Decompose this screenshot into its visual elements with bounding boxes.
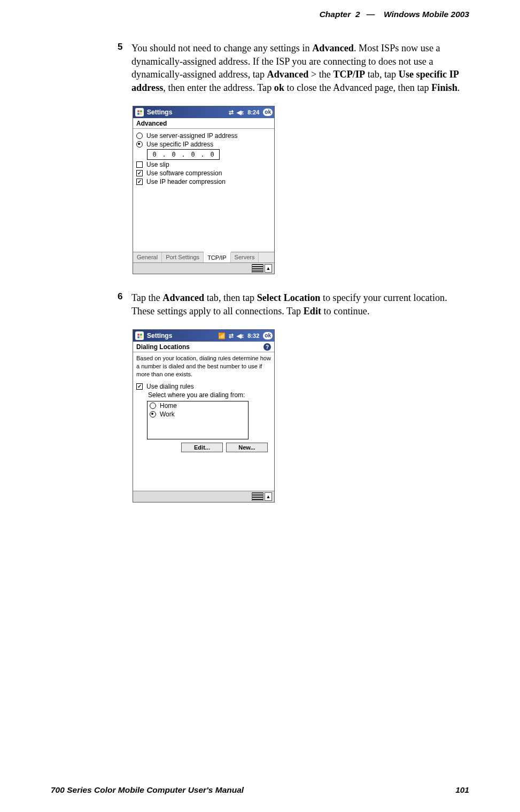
sip-bar: ▲ xyxy=(133,262,274,274)
select-location-label: Select where you are dialing from: xyxy=(148,391,245,399)
svg-rect-0 xyxy=(137,110,139,112)
radio-icon[interactable] xyxy=(136,133,143,139)
t: You should not need to change any settin… xyxy=(131,43,312,53)
start-icon[interactable] xyxy=(135,108,144,117)
chapter-label: Chapter xyxy=(320,10,351,19)
list-item-label: Home xyxy=(160,402,177,409)
ip-octet-3[interactable]: 0 xyxy=(186,151,200,158)
svg-rect-1 xyxy=(140,110,142,112)
t: . xyxy=(457,82,460,93)
ip-address-row: 0 . 0 . 0 . 0 xyxy=(136,149,271,160)
checkbox-use-dialing-rules[interactable]: Use dialing rules xyxy=(136,383,271,390)
header-dash: — xyxy=(362,10,379,19)
bold: TCP/IP xyxy=(333,69,365,80)
ip-octet-4[interactable]: 0 xyxy=(205,151,219,158)
step-5-body: You should not need to change any settin… xyxy=(131,42,469,94)
page-title-text: Dialing Locations xyxy=(136,343,190,351)
sip-arrow-icon[interactable]: ▲ xyxy=(265,492,272,501)
description-text: Based on your location, dialing rules de… xyxy=(133,352,274,380)
radio-specific-ip[interactable]: Use specific IP address xyxy=(136,141,271,148)
checkbox-icon[interactable] xyxy=(136,383,143,390)
button-row: Edit... New... xyxy=(136,443,268,452)
step-5-number: 5 xyxy=(118,42,131,94)
svg-rect-5 xyxy=(140,334,142,335)
svg-rect-7 xyxy=(140,336,142,338)
t: tab, tap xyxy=(365,69,399,80)
tab-general[interactable]: General xyxy=(133,252,162,262)
header-title: Windows Mobile 2003 xyxy=(384,10,469,19)
screenshot-dialing-locations: Settings 📶 ⇄ ◀ε 8:32 ok Dialing Location… xyxy=(133,329,275,502)
radio-label: Use specific IP address xyxy=(146,141,213,148)
t: to continue. xyxy=(321,306,369,316)
volume-icon[interactable]: ◀ε xyxy=(237,332,244,339)
checkbox-software-compression[interactable]: Use software compression xyxy=(136,169,271,177)
running-header: Chapter 2 — Windows Mobile 2003 xyxy=(320,10,469,19)
radio-icon[interactable] xyxy=(136,141,143,148)
list-item-label: Work xyxy=(160,411,175,418)
radio-server-assigned[interactable]: Use server-assigned IP address xyxy=(136,132,271,140)
keyboard-icon[interactable] xyxy=(252,492,263,501)
sip-arrow-icon[interactable]: ▲ xyxy=(265,264,272,273)
checkbox-icon[interactable] xyxy=(136,161,143,168)
checkbox-label: Use IP header compression xyxy=(146,178,226,185)
body: Use dialing rules Select where you are d… xyxy=(133,380,274,491)
ip-address-input[interactable]: 0 . 0 . 0 . 0 xyxy=(147,149,220,160)
bold: Advanced xyxy=(162,292,204,303)
bold: Select Location xyxy=(257,292,321,303)
connectivity-icon[interactable]: ⇄ xyxy=(229,332,234,339)
list-item-home[interactable]: Home xyxy=(148,401,248,410)
edit-button[interactable]: Edit... xyxy=(181,443,223,452)
svg-rect-2 xyxy=(137,113,139,114)
title-bar: Settings 📶 ⇄ ◀ε 8:32 ok xyxy=(133,330,274,342)
ok-button[interactable]: ok xyxy=(263,109,273,116)
ip-octet-2[interactable]: 0 xyxy=(167,151,181,158)
tab-servers[interactable]: Servers xyxy=(231,252,259,262)
connectivity-icon[interactable]: ⇄ xyxy=(229,109,234,116)
select-location-label-row: Select where you are dialing from: xyxy=(148,391,271,399)
checkbox-label: Use software compression xyxy=(146,169,222,177)
step-5: 5 You should not need to change any sett… xyxy=(118,42,469,94)
content: 5 You should not need to change any sett… xyxy=(118,42,469,520)
ok-button[interactable]: ok xyxy=(263,332,273,339)
title-bar-text: Settings xyxy=(147,109,172,116)
checkbox-icon[interactable] xyxy=(136,179,143,185)
bold: Edit xyxy=(304,306,321,316)
t: tab, then tap xyxy=(204,292,257,303)
radio-icon[interactable] xyxy=(150,411,156,417)
signal-icon[interactable]: 📶 xyxy=(218,332,226,339)
start-icon[interactable] xyxy=(135,331,144,340)
new-button[interactable]: New... xyxy=(226,443,268,452)
radio-icon[interactable] xyxy=(150,403,156,409)
svg-rect-6 xyxy=(137,336,139,338)
t: , then enter the address. Tap xyxy=(163,82,274,93)
whitespace xyxy=(136,187,271,250)
bold: ok xyxy=(274,82,284,93)
footer-manual-title: 700 Series Color Mobile Computer User's … xyxy=(51,785,244,795)
svg-rect-3 xyxy=(140,113,142,114)
ip-dot: . xyxy=(181,151,186,158)
location-listbox[interactable]: Home Work xyxy=(147,401,249,439)
radio-label: Use server-assigned IP address xyxy=(146,132,238,140)
help-icon[interactable]: ? xyxy=(263,343,271,351)
list-item-work[interactable]: Work xyxy=(148,410,248,419)
checkbox-ip-header-compression[interactable]: Use IP header compression xyxy=(136,178,271,185)
checkbox-label: Use slip xyxy=(146,161,169,168)
bold: Finish xyxy=(431,82,457,93)
tab-port-settings[interactable]: Port Settings xyxy=(162,252,204,262)
clock[interactable]: 8:24 xyxy=(247,109,259,115)
page: Chapter 2 — Windows Mobile 2003 5 You sh… xyxy=(0,0,520,812)
ip-octet-1[interactable]: 0 xyxy=(148,151,161,158)
volume-icon[interactable]: ◀ε xyxy=(237,109,244,116)
page-title: Advanced xyxy=(133,118,274,129)
keyboard-icon[interactable] xyxy=(252,264,263,273)
tab-bar: General Port Settings TCP/IP Servers xyxy=(133,252,274,262)
chapter-number: 2 xyxy=(355,10,360,19)
checkbox-icon[interactable] xyxy=(136,170,143,176)
t: > the xyxy=(308,69,333,80)
checkbox-use-slip[interactable]: Use slip xyxy=(136,161,271,168)
t: Tap the xyxy=(131,292,162,303)
step-6-body: Tap the Advanced tab, then tap Select Lo… xyxy=(131,291,469,318)
tab-tcpip[interactable]: TCP/IP xyxy=(204,252,230,262)
page-title: Dialing Locations ? xyxy=(133,342,274,352)
clock[interactable]: 8:32 xyxy=(247,332,259,339)
